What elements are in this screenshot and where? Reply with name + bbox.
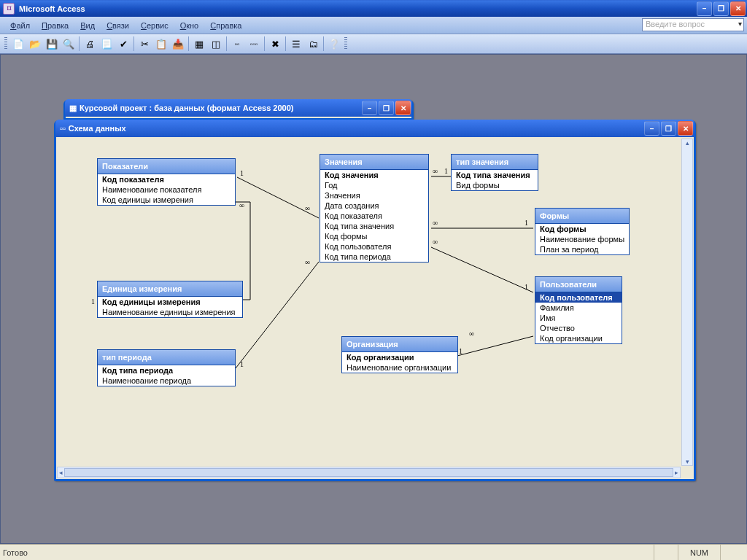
svg-text:∞: ∞ — [305, 258, 310, 266]
table-field[interactable]: Код типа значения — [452, 170, 538, 180]
svg-text:∞: ∞ — [433, 238, 438, 246]
table-field[interactable]: Код показателя — [98, 174, 235, 184]
table-header[interactable]: Пользователи — [535, 277, 622, 292]
toolbar: 📄 📂 💾 🔍 🖨 📃 ✔ ✂ 📋 📥 ▦ ◫ ▫▫ ▫▫▫ ✖ ☰ 🗂 ❔ — [0, 34, 747, 54]
horizontal-scrollbar[interactable]: ◂▸ — [57, 467, 681, 478]
table-field[interactable]: Наименование единицы измерения — [98, 307, 242, 317]
status-caps — [654, 545, 678, 560]
db-window-icon[interactable]: 🗂 — [305, 36, 321, 52]
table-polzovateli[interactable]: ПользователиКод пользователяФамилияИмяОт… — [535, 276, 622, 344]
show-table-icon[interactable]: ◫ — [208, 36, 224, 52]
help-question-input[interactable]: Введите вопрос — [642, 18, 744, 31]
relationships-window-titlebar[interactable]: ▫▫ Схема данных – ❐ ✕ — [55, 120, 694, 137]
table-field[interactable]: Код формы — [320, 231, 428, 241]
table-field[interactable]: Наименование периода — [98, 376, 235, 386]
database-window[interactable]: ▦ Курсовой проект : база данных (формат … — [63, 100, 414, 120]
table-pokazateli[interactable]: ПоказателиКод показателяНаименование пок… — [97, 158, 236, 206]
new-icon[interactable]: 📄 — [10, 36, 26, 52]
db-close-button[interactable]: ✕ — [395, 101, 411, 115]
open-icon[interactable]: 📂 — [27, 36, 43, 52]
add-table-icon[interactable]: ▦ — [191, 36, 207, 52]
toolbar-grip-end — [344, 37, 347, 50]
menu-service[interactable]: Сервис — [135, 19, 174, 32]
relationships-icon[interactable]: ☰ — [288, 36, 304, 52]
table-field[interactable]: Код значения — [320, 170, 428, 180]
table-field[interactable]: Код формы — [535, 224, 629, 234]
search-icon[interactable]: 🔍 — [61, 36, 77, 52]
table-field[interactable]: Отчество — [535, 323, 622, 333]
save-icon[interactable]: 💾 — [44, 36, 60, 52]
database-window-title: Курсовой проект : база данных (формат Ac… — [80, 104, 362, 112]
table-field[interactable]: Наименование показателя — [98, 184, 235, 195]
table-field[interactable]: Код типа периода — [320, 252, 428, 262]
relationships-window-title: Схема данных — [69, 124, 644, 133]
db-minimize-button[interactable]: – — [362, 101, 377, 115]
paste-icon[interactable]: 📥 — [170, 36, 186, 52]
preview-icon[interactable]: 📃 — [98, 36, 115, 52]
vertical-scrollbar[interactable]: ▴▾ — [681, 139, 693, 466]
table-header[interactable]: Формы — [535, 209, 629, 224]
table-field[interactable]: Вид формы — [452, 180, 538, 190]
table-field[interactable]: Имя — [535, 313, 622, 323]
menu-view[interactable]: Вид — [74, 19, 101, 32]
cut-icon[interactable]: ✂ — [136, 36, 152, 52]
menu-window[interactable]: Окно — [174, 19, 205, 32]
relationships-window[interactable]: ▫▫ Схема данных – ❐ ✕ 1∞ — [54, 120, 696, 481]
schema-maximize-button[interactable]: ❐ — [661, 121, 676, 136]
table-field[interactable]: Код организации — [342, 352, 457, 362]
table-tip-perioda[interactable]: тип периодаКод типа периодаНаименование … — [97, 349, 236, 386]
delete-icon[interactable]: ✖ — [267, 36, 283, 52]
copy-icon[interactable]: 📋 — [153, 36, 169, 52]
svg-text:1: 1 — [525, 283, 528, 291]
table-field[interactable]: Код показателя — [320, 211, 428, 221]
table-field[interactable]: Дата создания — [320, 201, 428, 211]
menu-help[interactable]: Справка — [204, 19, 247, 32]
table-field[interactable]: Год — [320, 180, 428, 190]
window-controls: – ❐ ✕ — [697, 1, 746, 16]
table-header[interactable]: Показатели — [98, 159, 235, 174]
table-field[interactable]: Код типа периода — [98, 365, 235, 376]
menu-links[interactable]: Связи — [101, 19, 135, 32]
table-field[interactable]: Код пользователя — [320, 241, 428, 252]
svg-text:1: 1 — [91, 298, 95, 306]
table-field[interactable]: Код единицы измерения — [98, 195, 235, 205]
svg-text:1: 1 — [240, 360, 244, 368]
status-text: Готово — [3, 548, 654, 557]
table-znacheniya[interactable]: ЗначенияКод значенияГодЗначенияДата созд… — [320, 154, 429, 262]
schema-close-button[interactable]: ✕ — [678, 121, 693, 136]
table-header[interactable]: тип значения — [452, 155, 538, 170]
table-edinica-izmereniya[interactable]: Единица измеренияКод единицы измеренияНа… — [97, 281, 243, 318]
relationships-icon: ▫▫ — [60, 124, 66, 133]
print-icon[interactable]: 🖨 — [82, 36, 98, 52]
menu-edit[interactable]: Правка — [36, 19, 74, 32]
database-window-titlebar[interactable]: ▦ Курсовой проект : база данных (формат … — [65, 99, 412, 117]
menu-file[interactable]: Файл — [4, 19, 36, 32]
help-icon[interactable]: ❔ — [326, 36, 342, 52]
table-header[interactable]: Организация — [342, 337, 457, 352]
table-field[interactable]: Код единицы измерения — [98, 297, 242, 307]
db-maximize-button[interactable]: ❐ — [379, 101, 394, 115]
table-header[interactable]: Значения — [320, 155, 428, 170]
table-header[interactable]: тип периода — [98, 350, 235, 365]
show-direct-icon[interactable]: ▫▫ — [229, 36, 245, 52]
table-organizaciya[interactable]: ОрганизацияКод организацииНаименование о… — [341, 336, 458, 373]
table-field[interactable]: Код типа значения — [320, 221, 428, 231]
table-formy[interactable]: ФормыКод формыНаименование формыПлан за … — [535, 208, 630, 255]
maximize-button[interactable]: ❐ — [713, 1, 729, 16]
schema-minimize-button[interactable]: – — [644, 121, 659, 136]
table-field[interactable]: План за период — [535, 244, 629, 254]
table-field[interactable]: Наименование организации — [342, 362, 457, 373]
table-tip-znacheniya[interactable]: тип значенияКод типа значенияВид формы — [451, 154, 538, 191]
table-header[interactable]: Единица измерения — [98, 281, 242, 297]
table-field[interactable]: Наименование формы — [535, 234, 629, 244]
table-field[interactable]: Код пользователя — [535, 292, 622, 303]
status-bar: Готово NUM — [0, 544, 747, 560]
table-field[interactable]: Код организации — [535, 333, 622, 343]
table-field[interactable]: Значения — [320, 190, 428, 201]
table-field[interactable]: Фамилия — [535, 303, 622, 313]
spell-icon[interactable]: ✔ — [115, 36, 131, 52]
relationships-canvas[interactable]: 1∞ ∞1 1∞ ∞1 ∞1 — [61, 138, 681, 466]
minimize-button[interactable]: – — [697, 1, 712, 16]
show-all-icon[interactable]: ▫▫▫ — [246, 36, 262, 52]
close-button[interactable]: ✕ — [730, 1, 746, 16]
